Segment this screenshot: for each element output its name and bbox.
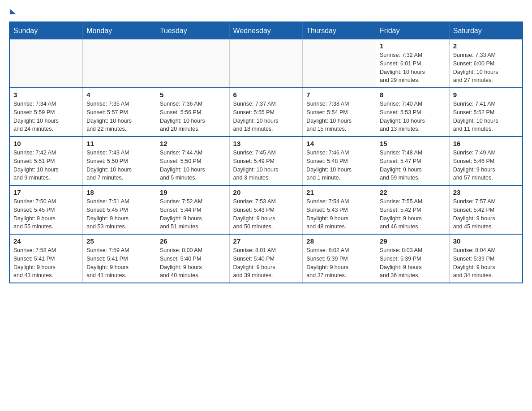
calendar-cell: 5Sunrise: 7:36 AM Sunset: 5:56 PM Daylig… [156,88,229,137]
day-number: 19 [160,188,226,196]
day-number: 13 [233,140,299,147]
day-number: 17 [13,188,79,196]
day-info: Sunrise: 7:59 AM Sunset: 5:41 PM Dayligh… [86,246,152,280]
calendar-cell [303,39,376,88]
calendar-cell: 17Sunrise: 7:50 AM Sunset: 5:45 PM Dayli… [9,185,83,234]
calendar-cell: 30Sunrise: 8:04 AM Sunset: 5:39 PM Dayli… [449,234,523,283]
day-header-wednesday: Wednesday [229,22,303,39]
day-number: 12 [160,140,226,147]
day-header-thursday: Thursday [303,22,376,39]
day-number: 20 [233,188,299,196]
calendar-cell: 10Sunrise: 7:42 AM Sunset: 5:51 PM Dayli… [9,137,83,185]
logo-arrow-icon [10,9,16,14]
calendar-cell: 15Sunrise: 7:48 AM Sunset: 5:47 PM Dayli… [376,137,450,185]
calendar-cell: 18Sunrise: 7:51 AM Sunset: 5:45 PM Dayli… [83,185,156,234]
day-number: 11 [86,140,152,147]
day-info: Sunrise: 8:02 AM Sunset: 5:39 PM Dayligh… [306,246,372,280]
day-header-friday: Friday [376,22,450,39]
calendar-cell: 20Sunrise: 7:53 AM Sunset: 5:43 PM Dayli… [229,185,303,234]
calendar-cell [156,39,229,88]
calendar-cell: 25Sunrise: 7:59 AM Sunset: 5:41 PM Dayli… [83,234,156,283]
day-number: 15 [380,140,446,147]
calendar-cell: 28Sunrise: 8:02 AM Sunset: 5:39 PM Dayli… [303,234,376,283]
calendar-cell [83,39,156,88]
logo [9,9,16,14]
calendar-week-row: 10Sunrise: 7:42 AM Sunset: 5:51 PM Dayli… [9,137,523,185]
calendar-cell: 14Sunrise: 7:46 AM Sunset: 5:48 PM Dayli… [303,137,376,185]
day-number: 25 [86,237,152,245]
day-number: 2 [453,42,519,50]
day-info: Sunrise: 7:42 AM Sunset: 5:51 PM Dayligh… [13,149,79,182]
calendar-cell: 3Sunrise: 7:34 AM Sunset: 5:59 PM Daylig… [9,88,83,137]
day-info: Sunrise: 7:52 AM Sunset: 5:44 PM Dayligh… [160,197,226,231]
day-header-monday: Monday [83,22,156,39]
day-number: 22 [380,188,446,196]
day-info: Sunrise: 7:45 AM Sunset: 5:49 PM Dayligh… [233,149,299,182]
day-info: Sunrise: 7:58 AM Sunset: 5:41 PM Dayligh… [13,246,79,280]
day-info: Sunrise: 7:55 AM Sunset: 5:42 PM Dayligh… [380,197,446,231]
day-info: Sunrise: 7:34 AM Sunset: 5:59 PM Dayligh… [13,100,79,133]
calendar-cell [229,39,303,88]
day-info: Sunrise: 7:35 AM Sunset: 5:57 PM Dayligh… [86,100,152,133]
day-info: Sunrise: 7:43 AM Sunset: 5:50 PM Dayligh… [86,149,152,182]
calendar-cell: 11Sunrise: 7:43 AM Sunset: 5:50 PM Dayli… [83,137,156,185]
day-info: Sunrise: 7:40 AM Sunset: 5:53 PM Dayligh… [380,100,446,133]
calendar-cell [9,39,83,88]
day-info: Sunrise: 8:01 AM Sunset: 5:40 PM Dayligh… [233,246,299,280]
calendar-cell: 27Sunrise: 8:01 AM Sunset: 5:40 PM Dayli… [229,234,303,283]
day-number: 14 [306,140,372,147]
calendar-cell: 9Sunrise: 7:41 AM Sunset: 5:52 PM Daylig… [449,88,523,137]
day-number: 1 [380,42,446,50]
calendar-cell: 7Sunrise: 7:38 AM Sunset: 5:54 PM Daylig… [303,88,376,137]
day-info: Sunrise: 8:04 AM Sunset: 5:39 PM Dayligh… [453,246,519,280]
calendar-cell: 19Sunrise: 7:52 AM Sunset: 5:44 PM Dayli… [156,185,229,234]
day-number: 9 [453,91,519,98]
calendar-cell: 1Sunrise: 7:32 AM Sunset: 6:01 PM Daylig… [376,39,450,88]
day-header-saturday: Saturday [449,22,523,39]
day-info: Sunrise: 7:32 AM Sunset: 6:01 PM Dayligh… [380,51,446,85]
calendar-table: SundayMondayTuesdayWednesdayThursdayFrid… [9,21,523,283]
calendar-cell: 4Sunrise: 7:35 AM Sunset: 5:57 PM Daylig… [83,88,156,137]
day-number: 18 [86,188,152,196]
day-info: Sunrise: 7:36 AM Sunset: 5:56 PM Dayligh… [160,100,226,133]
calendar-week-row: 1Sunrise: 7:32 AM Sunset: 6:01 PM Daylig… [9,39,523,88]
day-info: Sunrise: 7:38 AM Sunset: 5:54 PM Dayligh… [306,100,372,133]
calendar-cell: 8Sunrise: 7:40 AM Sunset: 5:53 PM Daylig… [376,88,450,137]
day-info: Sunrise: 7:48 AM Sunset: 5:47 PM Dayligh… [380,149,446,182]
day-info: Sunrise: 7:51 AM Sunset: 5:45 PM Dayligh… [86,197,152,231]
calendar-cell: 13Sunrise: 7:45 AM Sunset: 5:49 PM Dayli… [229,137,303,185]
calendar-header-row: SundayMondayTuesdayWednesdayThursdayFrid… [9,22,523,39]
day-header-sunday: Sunday [9,22,83,39]
calendar-cell: 24Sunrise: 7:58 AM Sunset: 5:41 PM Dayli… [9,234,83,283]
calendar-cell: 23Sunrise: 7:57 AM Sunset: 5:42 PM Dayli… [449,185,523,234]
day-number: 30 [453,237,519,245]
day-info: Sunrise: 7:44 AM Sunset: 5:50 PM Dayligh… [160,149,226,182]
day-number: 21 [306,188,372,196]
day-info: Sunrise: 7:46 AM Sunset: 5:48 PM Dayligh… [306,149,372,182]
day-number: 4 [86,91,152,98]
day-info: Sunrise: 7:37 AM Sunset: 5:55 PM Dayligh… [233,100,299,133]
calendar-cell: 12Sunrise: 7:44 AM Sunset: 5:50 PM Dayli… [156,137,229,185]
calendar-cell: 22Sunrise: 7:55 AM Sunset: 5:42 PM Dayli… [376,185,450,234]
day-info: Sunrise: 7:57 AM Sunset: 5:42 PM Dayligh… [453,197,519,231]
day-info: Sunrise: 7:41 AM Sunset: 5:52 PM Dayligh… [453,100,519,133]
day-info: Sunrise: 7:33 AM Sunset: 6:00 PM Dayligh… [453,51,519,85]
day-info: Sunrise: 7:50 AM Sunset: 5:45 PM Dayligh… [13,197,79,231]
calendar-cell: 29Sunrise: 8:03 AM Sunset: 5:39 PM Dayli… [376,234,450,283]
day-number: 26 [160,237,226,245]
day-number: 23 [453,188,519,196]
page-header [9,9,523,14]
calendar-week-row: 17Sunrise: 7:50 AM Sunset: 5:45 PM Dayli… [9,185,523,234]
calendar-cell: 6Sunrise: 7:37 AM Sunset: 5:55 PM Daylig… [229,88,303,137]
day-number: 7 [306,91,372,98]
day-number: 3 [13,91,79,98]
day-header-tuesday: Tuesday [156,22,229,39]
calendar-week-row: 3Sunrise: 7:34 AM Sunset: 5:59 PM Daylig… [9,88,523,137]
calendar-cell: 2Sunrise: 7:33 AM Sunset: 6:00 PM Daylig… [449,39,523,88]
calendar-week-row: 24Sunrise: 7:58 AM Sunset: 5:41 PM Dayli… [9,234,523,283]
day-number: 27 [233,237,299,245]
day-info: Sunrise: 7:49 AM Sunset: 5:46 PM Dayligh… [453,149,519,182]
day-info: Sunrise: 8:03 AM Sunset: 5:39 PM Dayligh… [380,246,446,280]
day-info: Sunrise: 7:53 AM Sunset: 5:43 PM Dayligh… [233,197,299,231]
day-info: Sunrise: 7:54 AM Sunset: 5:43 PM Dayligh… [306,197,372,231]
